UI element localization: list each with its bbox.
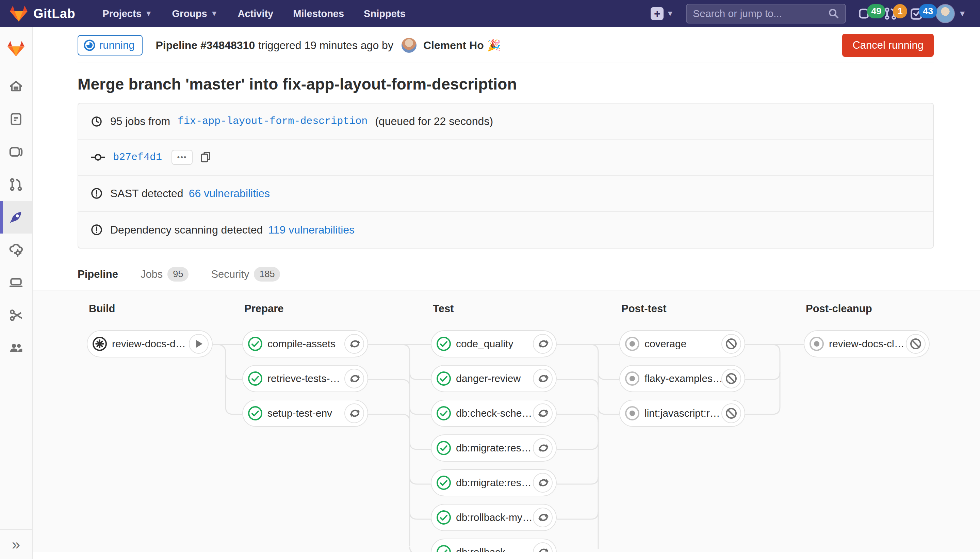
stage-prepare: Prepare compile-assets retrieve-tests-… (242, 303, 368, 427)
sidebar-item-merge-requests[interactable] (0, 168, 32, 201)
user-menu[interactable]: ▼ (936, 4, 967, 23)
nav-link-activity[interactable]: Activity (238, 8, 273, 20)
retry-job-button[interactable] (533, 404, 553, 423)
pipeline-status-badge[interactable]: running (78, 35, 143, 56)
cancel-job-button[interactable] (906, 334, 926, 354)
triggered-text: triggered 19 minutes ago by (258, 39, 393, 52)
cancel-job-button[interactable] (721, 334, 741, 354)
dependency-text: Dependency scanning detected (110, 224, 263, 236)
stage-name: Build (89, 303, 213, 315)
stage-test: Test code_quality danger-review db: (431, 303, 557, 552)
brand-name: GitLab (33, 7, 75, 21)
job-retrieve-tests[interactable]: retrieve-tests-… (242, 365, 368, 392)
cloud-gear-icon (8, 242, 24, 258)
gitlab-logo-icon (10, 5, 28, 22)
merge-requests-counter[interactable]: 1 (884, 7, 898, 20)
success-status-icon (248, 336, 263, 351)
job-db-check-schema[interactable]: db:check-sche… (431, 400, 557, 427)
tab-pipeline[interactable]: Pipeline (78, 267, 118, 293)
retry-job-button[interactable] (533, 508, 553, 528)
retry-job-button[interactable] (344, 404, 364, 423)
copy-commit-button[interactable] (200, 151, 212, 164)
created-status-icon (625, 371, 640, 386)
stage-name: Post-cleanup (806, 303, 930, 315)
nav-link-groups[interactable]: Groups▼ (172, 8, 218, 20)
job-flaky-examples[interactable]: flaky-examples… (619, 365, 745, 392)
sidebar-item-repository[interactable] (0, 103, 32, 136)
play-job-button[interactable] (189, 334, 209, 354)
retry-job-button[interactable] (533, 334, 553, 354)
pipeline-id: Pipeline #34848310 (155, 39, 255, 52)
cancel-running-button[interactable]: Cancel running (842, 34, 934, 57)
job-db-migrate-reset-1[interactable]: db:migrate:res… (431, 434, 557, 461)
branch-link[interactable]: fix-app-layout-form-description (178, 116, 368, 127)
jobs-count-text: 95 jobs from (110, 115, 170, 128)
sidebar-collapse-toggle[interactable]: » (0, 529, 32, 559)
copy-icon (200, 151, 212, 164)
pipeline-header: running Pipeline #34848310 triggered 19 … (78, 34, 934, 56)
job-setup-test-env[interactable]: setup-test-env (242, 400, 368, 427)
trigger-user-name[interactable]: Clement Ho (423, 39, 484, 52)
commit-message-expander[interactable]: ••• (172, 150, 193, 165)
nav-link-milestones[interactable]: Milestones (293, 8, 344, 20)
job-db-migrate-reset-2[interactable]: db:migrate:res… (431, 469, 557, 496)
retry-job-button[interactable] (344, 334, 364, 354)
retry-job-button[interactable] (533, 473, 553, 493)
merge-request-icon (8, 177, 23, 192)
success-status-icon (436, 336, 451, 351)
tab-security[interactable]: Security185 (211, 267, 280, 290)
job-coverage[interactable]: coverage (619, 330, 745, 357)
sidebar-item-ci-cd[interactable] (0, 201, 32, 233)
sidebar-item-snippets[interactable] (0, 299, 32, 332)
merge-requests-count-badge: 1 (893, 4, 907, 18)
retry-job-button[interactable] (533, 438, 553, 458)
retry-job-button[interactable] (344, 369, 364, 389)
retry-job-button[interactable] (533, 542, 553, 552)
trigger-user-avatar[interactable] (401, 38, 416, 53)
tab-jobs[interactable]: Jobs95 (140, 267, 189, 290)
retry-job-button[interactable] (533, 369, 553, 389)
success-status-icon (436, 440, 451, 455)
sidebar-item-members[interactable] (0, 332, 32, 364)
commit-sha-link[interactable]: b27ef4d1 (113, 152, 162, 163)
nav-link-snippets[interactable]: Snippets (364, 8, 405, 20)
cancel-job-button[interactable] (721, 369, 741, 389)
gitlab-home-link[interactable]: GitLab (10, 5, 75, 22)
scissors-icon (8, 308, 23, 323)
cancel-job-button[interactable] (721, 404, 741, 423)
sidebar-item-issues[interactable] (0, 136, 32, 168)
retry-icon (536, 546, 549, 552)
user-avatar (936, 4, 955, 23)
job-danger-review[interactable]: danger-review (431, 365, 557, 392)
sidebar-item-project-overview[interactable] (0, 70, 32, 103)
ban-icon (909, 338, 922, 350)
nav-links: Projects▼ Groups▼ Activity Milestones Sn… (102, 8, 405, 20)
dependency-vulnerabilities-link[interactable]: 119 vulnerabilities (268, 224, 355, 236)
job-code-quality[interactable]: code_quality (431, 330, 557, 357)
people-icon (8, 341, 23, 356)
gitlab-fox-avatar-icon (7, 41, 25, 57)
search-input[interactable] (693, 8, 828, 20)
stage-name: Test (433, 303, 557, 315)
sidebar-project-avatar[interactable] (0, 27, 32, 70)
main-content: running Pipeline #34848310 triggered 19 … (33, 27, 980, 559)
jobs-summary-row: 95 jobs from fix-app-layout-form-descrip… (78, 104, 933, 140)
retry-icon (536, 511, 549, 524)
job-lint-javascript-report[interactable]: lint:javascript:r… (619, 400, 745, 427)
job-review-docs-deploy[interactable]: review-docs-d… (87, 330, 213, 357)
retry-icon (536, 407, 549, 420)
job-db-rollback-mysql[interactable]: db:rollback-my… (431, 504, 557, 531)
sidebar-item-registry[interactable] (0, 266, 32, 299)
new-menu-button[interactable]: + ▼ (651, 7, 674, 20)
global-search[interactable] (686, 4, 846, 23)
sidebar-item-operations[interactable] (0, 233, 32, 266)
running-status-icon (84, 40, 95, 51)
issues-counter[interactable]: 49 (858, 7, 872, 20)
todos-counter[interactable]: 43 (910, 7, 924, 20)
nav-link-projects[interactable]: Projects▼ (102, 8, 152, 20)
job-review-docs-cleanup[interactable]: review-docs-cl… (804, 330, 930, 357)
sast-vulnerabilities-link[interactable]: 66 vulnerabilities (189, 187, 270, 200)
job-db-rollback-partial[interactable]: db:rollback… (431, 539, 557, 552)
success-status-icon (248, 406, 263, 421)
job-compile-assets[interactable]: compile-assets (242, 330, 368, 357)
